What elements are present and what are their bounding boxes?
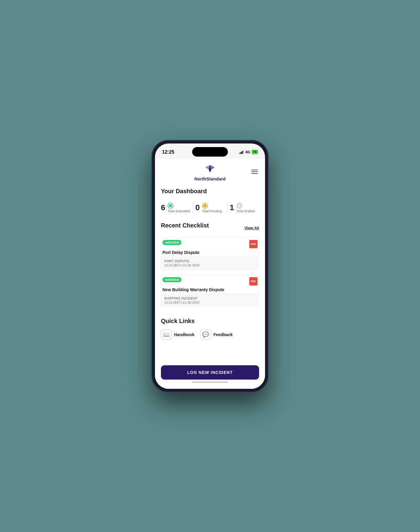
stat-drafted: 1 Total Drafted: [230, 203, 259, 213]
handbook-icon: 📖: [161, 329, 172, 340]
bottom-bar: LOG NEW INCIDENT: [155, 362, 265, 389]
feedback-label: Feedback: [213, 332, 233, 337]
checklist-title: Recent Checklist: [161, 222, 209, 229]
checklist-section: Recent Checklist View All submitted PDF …: [155, 219, 265, 315]
menu-line-2: [251, 171, 258, 172]
dynamic-island: [192, 147, 228, 157]
checklist-item-1-header: submitted PDF: [161, 238, 259, 249]
checklist-item-1-category: PORT DISPUTE: [164, 259, 256, 263]
dashboard-title: Your Dashboard: [161, 188, 259, 195]
pdf-icon-2: PDF: [249, 277, 258, 285]
submitted-icon: [167, 203, 173, 209]
checklist-item-2-time: 12:23 (BST) 21-06-2024: [164, 301, 256, 304]
stat-divider-2: [227, 202, 227, 214]
menu-button[interactable]: [250, 169, 259, 175]
spacer: [155, 343, 265, 361]
stat-submitted-info: Total Submitted: [167, 203, 190, 213]
stat-pending-info: Total Pending: [202, 203, 222, 213]
status-icons: 4G 74: [239, 150, 258, 154]
view-all-link[interactable]: View All: [245, 226, 259, 230]
stat-pending: 0 Total Pending: [195, 203, 225, 213]
menu-line-3: [251, 173, 258, 174]
pdf-icon-1: PDF: [249, 240, 258, 248]
checklist-item-1-time: 12:24 (BST) 21-06-2024: [164, 263, 256, 267]
stat-submitted-value: 6: [161, 203, 165, 212]
dashboard-section: Your Dashboard 6 Total Submitted: [155, 185, 265, 219]
quick-links-title: Quick Links: [161, 318, 259, 324]
feedback-link[interactable]: 💬 Feedback: [200, 329, 233, 340]
checklist-item-2-category: SHIPPING INCIDENT: [164, 297, 256, 300]
svg-point-4: [169, 204, 172, 207]
svg-point-8: [238, 204, 241, 207]
network-type: 4G: [245, 150, 250, 154]
phone-device: 12:25 4G 74: [152, 141, 268, 392]
handbook-link[interactable]: 📖 Handbook: [161, 329, 194, 340]
status-badge-2: submitted: [162, 277, 181, 282]
stat-pending-label: Total Pending: [202, 209, 222, 213]
handbook-label: Handbook: [174, 332, 194, 337]
stat-submitted: 6 Total Submitted: [161, 203, 190, 213]
stat-divider-1: [193, 202, 193, 214]
checklist-item-1-title: Port Delay Dispute: [161, 249, 259, 257]
stat-drafted-label: Total Drafted: [236, 209, 255, 213]
status-time: 12:25: [162, 149, 174, 155]
quick-links-row: 📖 Handbook 💬 Feedback: [161, 329, 259, 340]
signal-icon: [239, 150, 244, 154]
logo-text: NorthStandard: [195, 176, 226, 181]
checklist-item-2-title: New Building Warranty Dispute: [161, 287, 259, 294]
battery-icon: 74: [252, 150, 258, 154]
drafted-icon: [236, 203, 242, 209]
pending-icon: [202, 203, 208, 209]
status-badge-1: submitted: [162, 240, 181, 245]
stat-pending-value: 0: [195, 203, 200, 212]
checklist-item-1-detail: PORT DISPUTE 12:24 (BST) 21-06-2024: [161, 257, 259, 269]
app-content: NorthStandard Your Dashboard 6: [155, 159, 265, 362]
quick-links-section: Quick Links 📖 Handbook 💬 Feedback: [155, 315, 265, 343]
stat-drafted-value: 1: [230, 203, 234, 212]
stats-row: 6 Total Submitted 0: [161, 199, 259, 216]
checklist-header: Recent Checklist View All: [161, 222, 259, 234]
log-incident-button[interactable]: LOG NEW INCIDENT: [161, 365, 259, 380]
checklist-item-2[interactable]: submitted PDF New Building Warranty Disp…: [161, 274, 259, 307]
app-header: NorthStandard: [155, 159, 265, 185]
svg-point-6: [203, 204, 206, 207]
svg-point-7: [237, 203, 242, 208]
logo-icon: [204, 164, 216, 176]
checklist-item-2-header: submitted PDF: [161, 275, 259, 287]
menu-line-1: [251, 170, 258, 170]
checklist-item-2-detail: SHIPPING INCIDENT 12:23 (BST) 21-06-2024: [161, 294, 259, 307]
logo-container: NorthStandard: [195, 164, 226, 181]
stat-submitted-label: Total Submitted: [167, 209, 190, 213]
home-indicator: [192, 381, 228, 383]
feedback-icon: 💬: [200, 329, 211, 340]
checklist-item-1[interactable]: submitted PDF Port Delay Dispute PORT DI…: [161, 237, 259, 270]
phone-screen: 12:25 4G 74: [155, 143, 265, 389]
stat-drafted-info: Total Drafted: [236, 203, 255, 213]
